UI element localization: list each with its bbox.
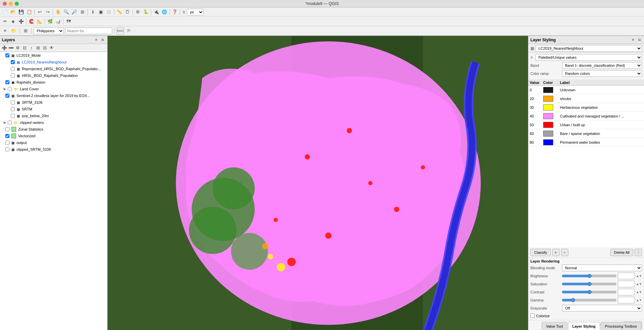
tb-python[interactable]: 🐍	[142, 8, 150, 16]
renderer-select[interactable]: Paletted/Unique values	[535, 54, 642, 61]
classify-button[interactable]: Classify	[530, 249, 551, 256]
layer-item-clipped_rasters[interactable]: ▶📁clipped rasters	[0, 119, 107, 126]
minimize-button[interactable]	[9, 2, 13, 6]
band-select[interactable]: Band 1: discrete_classification (Red)	[562, 62, 642, 69]
layer-visibility-srtm_3106[interactable]	[11, 100, 15, 104]
add-class-btn[interactable]: +	[552, 249, 560, 256]
tb-zoom-in[interactable]: 🔍	[63, 8, 70, 16]
brightness-input[interactable]: 0	[618, 273, 635, 279]
layer-item-srtm_3106[interactable]: ▦SRTM_3106	[0, 99, 107, 106]
brightness-thumb[interactable]	[588, 274, 592, 278]
layer-item-output[interactable]: ▦output	[0, 139, 107, 146]
location-select[interactable]: Philippines	[34, 28, 64, 34]
layer-item-reprojected[interactable]: ▦Reprojected_HRSL_BGD_Rajshahi_Populatio…	[0, 65, 107, 72]
layer-item-vectorized[interactable]: Vectorized	[0, 133, 107, 139]
gamma-thumb[interactable]	[571, 298, 575, 302]
gamma-input[interactable]: 1,00	[618, 297, 635, 303]
color-entry-0[interactable]: 0Unknown	[528, 86, 644, 94]
filter-layer[interactable]: ⊟	[22, 45, 28, 51]
tb-save-as[interactable]: 📋	[26, 8, 33, 16]
add-layer-btn[interactable]: ➕	[1, 45, 7, 51]
open-layer-props[interactable]: ⚙	[15, 45, 21, 51]
blending-mode-select[interactable]: Normal	[562, 265, 642, 271]
color-ramp-select[interactable]: Random colors	[562, 70, 642, 77]
layer-visibility-land_cover[interactable]	[8, 87, 12, 91]
layer-item-clipped_srtm[interactable]: ▦clipped_SRTM_3106	[0, 146, 107, 153]
tb-measure[interactable]: 📏	[116, 8, 123, 16]
color-entry-50[interactable]: 50Urban / built up	[528, 121, 644, 129]
tb-undo[interactable]: ↩	[36, 8, 43, 16]
layer-item-zonal_stats[interactable]: Zonal Statistics	[0, 126, 107, 133]
tb-grass[interactable]: 🌿	[46, 18, 54, 25]
preview-mode[interactable]: 👁	[48, 45, 54, 51]
sort-layers[interactable]: ↕	[28, 45, 34, 51]
contrast-thumb[interactable]	[588, 290, 592, 294]
color-entry-80[interactable]: 80Permanent water bodies	[528, 138, 644, 147]
styling-float[interactable]: ⧉	[637, 37, 642, 43]
ct-swatch-80[interactable]	[543, 139, 553, 145]
tb-browser[interactable]: 📁	[10, 27, 17, 35]
tb-edc[interactable]: EDC	[117, 27, 124, 35]
layer-item-hrsl[interactable]: ▦HRSL_BGD_Rajshahi_Population	[0, 72, 107, 79]
layers-close[interactable]: ✕	[93, 37, 99, 43]
ct-swatch-20[interactable]	[543, 96, 553, 102]
tb-help[interactable]: ❓	[171, 8, 178, 16]
tb-plugins[interactable]: 🔌	[153, 8, 160, 16]
tb-attr-table[interactable]: 🗒	[124, 8, 131, 16]
tab-layer_styling[interactable]: Layer Styling	[568, 322, 600, 330]
tb-pan[interactable]: ✋	[54, 8, 62, 16]
remove-class-btn[interactable]: −	[561, 249, 568, 256]
map-canvas-area[interactable]	[108, 36, 528, 330]
layer-visibility-clipped_rasters[interactable]	[8, 121, 12, 125]
saturation-thumb[interactable]	[588, 282, 592, 286]
ct-swatch-30[interactable]	[543, 104, 553, 110]
layer-item-land_cover[interactable]: ▶📁Land Cover	[0, 86, 107, 92]
tab-value_tool[interactable]: Value Tool	[541, 322, 567, 330]
tab-processing_toolbox[interactable]: Processing Toolbox	[601, 322, 641, 330]
tb-saga[interactable]: 📊	[54, 18, 62, 25]
tb-select[interactable]: ▣	[97, 8, 105, 16]
colorize-checkbox[interactable]	[530, 314, 535, 318]
tb-snapping[interactable]: 🧲	[28, 18, 35, 25]
delete-all-button[interactable]: Delete All	[610, 249, 633, 256]
tb-edit[interactable]: ✏	[1, 18, 9, 25]
maximize-button[interactable]	[15, 2, 19, 6]
layer-item-sentinel[interactable]: ▦Sentinel-2 cloudless layer for 2019 by …	[0, 92, 107, 99]
layer-visibility-output[interactable]	[5, 141, 9, 145]
scale-unit-select[interactable]: px	[187, 9, 204, 15]
ct-swatch-40[interactable]	[543, 113, 553, 119]
contrast-input[interactable]: 0	[618, 289, 635, 295]
layer-item-lc2019_nn[interactable]: ▦LC2019_NearestNeighbour	[0, 59, 107, 65]
styling-layer-select[interactable]: LC2019_NearestNeighbour	[535, 45, 642, 52]
tb-web[interactable]: 🌐	[161, 8, 168, 16]
gamma-spinner[interactable]: ▲▼	[636, 298, 642, 302]
layer-visibility-pop_below_20m[interactable]	[11, 114, 15, 118]
layer-visibility-clipped_srtm[interactable]	[5, 147, 9, 151]
collapse-all[interactable]: ⊟	[42, 45, 48, 51]
color-entry-60[interactable]: 60Bare / sparse vegetation	[528, 129, 644, 138]
tb-save[interactable]: 💾	[17, 8, 25, 16]
layer-visibility-srtm[interactable]	[11, 107, 15, 111]
tb-identify[interactable]: ℹ	[89, 8, 96, 16]
layer-visibility-vectorized[interactable]	[5, 134, 9, 138]
search-input[interactable]	[65, 28, 112, 34]
styling-close[interactable]: ✕	[630, 37, 636, 43]
tb-open[interactable]: 📂	[9, 8, 17, 16]
tb-redo[interactable]: ↪	[44, 8, 51, 16]
layer-visibility-reprojected[interactable]	[11, 67, 15, 71]
tb-zoom-full[interactable]: ⊞	[79, 8, 86, 16]
layer-visibility-lc2019_nn[interactable]	[11, 60, 15, 64]
tb-deselect[interactable]: □	[105, 8, 113, 16]
tb-map-tips[interactable]: 🏳	[125, 27, 133, 35]
color-entry-30[interactable]: 30Herbaceous vegetation	[528, 103, 644, 112]
tb-layers-panel-toggle[interactable]: ≡	[1, 27, 9, 35]
ct-swatch-60[interactable]	[543, 131, 553, 137]
close-button[interactable]	[3, 2, 7, 6]
tb-add-feature[interactable]: ➕	[17, 18, 25, 25]
layer-item-srtm[interactable]: ▦SRTM	[0, 106, 107, 112]
tb-digitize[interactable]: 📐	[36, 18, 43, 25]
tb-new[interactable]: 📄	[1, 8, 9, 16]
contrast-spinner[interactable]: ▲▼	[636, 290, 642, 294]
remove-layer-btn[interactable]: ➖	[8, 45, 14, 51]
saturation-spinner[interactable]: ▲▼	[636, 282, 642, 286]
